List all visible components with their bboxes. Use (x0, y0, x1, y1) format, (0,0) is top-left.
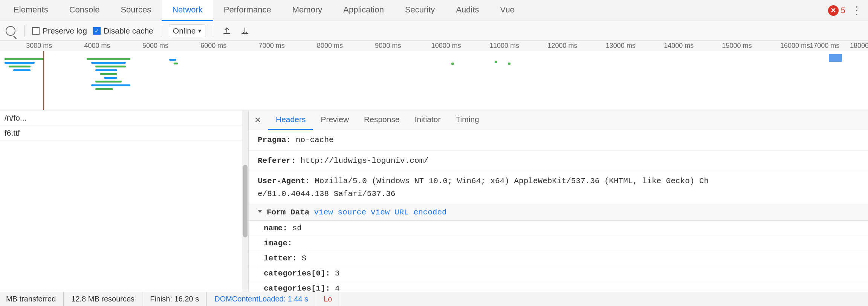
ruler-tick: 8000 ms (317, 42, 343, 50)
error-icon: ✕ (828, 5, 839, 16)
form-field-image: image: (249, 236, 868, 251)
tab-elements[interactable]: Elements (3, 0, 59, 21)
form-field-categories1: categories[1]: 4 (249, 281, 868, 292)
status-transferred: MB transferred (6, 292, 64, 306)
timeline-selection (829, 54, 842, 62)
form-field-name: name: sd (249, 221, 868, 236)
expand-icon[interactable] (258, 210, 262, 215)
detail-content: Pragma: no-cache Referer: http://ludwigs… (249, 130, 868, 292)
header-pragma: Pragma: no-cache (249, 130, 868, 151)
throttle-dropdown[interactable]: Online ▾ (169, 24, 205, 37)
timeline-bar (495, 61, 497, 63)
tab-audits[interactable]: Audits (445, 0, 489, 21)
disable-cache-label[interactable]: Disable cache (93, 26, 153, 35)
scrollbar-thumb[interactable] (243, 165, 248, 237)
timeline-ruler: 3000 ms 4000 ms 5000 ms 6000 ms 7000 ms … (0, 41, 868, 51)
tab-response[interactable]: Response (356, 110, 407, 130)
tab-memory[interactable]: Memory (282, 0, 333, 21)
ruler-tick: 16000 ms (780, 42, 810, 50)
tab-application[interactable]: Application (333, 0, 394, 21)
left-panel: /n/fo... f6.ttf (0, 110, 249, 292)
upload-button[interactable] (221, 25, 233, 37)
tab-network[interactable]: Network (162, 0, 213, 21)
ruler-tick: 17000 ms (810, 42, 839, 50)
timeline-bar (87, 58, 130, 60)
vertical-scrollbar[interactable] (242, 110, 248, 292)
tab-security[interactable]: Security (394, 0, 445, 21)
right-panel: ✕ Headers Preview Response Initiator Tim… (249, 110, 868, 292)
tab-preview[interactable]: Preview (313, 110, 356, 130)
toolbar-divider (24, 25, 24, 37)
timeline-bar (169, 59, 176, 61)
status-dom-loaded: DOMContentLoaded: 1.44 s (207, 292, 316, 306)
tab-console[interactable]: Console (59, 0, 110, 21)
timeline-area: 3000 ms 4000 ms 5000 ms 6000 ms 7000 ms … (0, 41, 868, 110)
timeline-bar (9, 66, 31, 67)
header-referer: Referer: http://ludwigs-loguniv.com/ (249, 151, 868, 171)
tab-initiator[interactable]: Initiator (407, 110, 448, 130)
status-bar: MB transferred 12.8 MB resources Finish:… (0, 292, 868, 306)
detail-tab-bar: ✕ Headers Preview Response Initiator Tim… (249, 110, 868, 130)
main-area: /n/fo... f6.ttf ✕ Headers Preview Respon… (0, 110, 868, 292)
kebab-menu-icon[interactable]: ⋮ (851, 4, 862, 17)
form-field-categories0: categories[0]: 3 (249, 266, 868, 281)
timeline-marker-line (43, 51, 44, 110)
tab-bar: Elements Console Sources Network Perform… (0, 0, 868, 21)
ruler-tick: 11000 ms (489, 42, 519, 50)
timeline-content[interactable] (0, 51, 868, 110)
header-user-agent: User-Agent: Mozilla/5.0 (Windows NT 10.0… (249, 171, 868, 204)
preserve-log-label[interactable]: Preserve log (32, 26, 87, 35)
close-button[interactable]: ✕ (252, 114, 264, 126)
toolbar-divider-2 (161, 25, 161, 37)
ruler-tick: 13000 ms (606, 42, 636, 50)
timeline-bar (5, 58, 44, 60)
file-list: /n/fo... f6.ttf (0, 110, 248, 141)
search-icon (6, 26, 15, 36)
view-source-link[interactable]: view source (314, 208, 366, 217)
timeline-bar (104, 77, 117, 79)
ruler-tick: 4000 ms (84, 42, 110, 50)
timeline-bar (13, 69, 31, 71)
timeline-bar (100, 73, 117, 75)
download-button[interactable] (239, 25, 251, 37)
timeline-bar (95, 88, 113, 90)
timeline-bar (95, 66, 126, 67)
ruler-tick: 3000 ms (26, 42, 52, 50)
timeline-bar (5, 62, 35, 64)
ruler-tick: 18000 (850, 42, 868, 50)
timeline-bar (174, 63, 178, 64)
toolbar-divider-3 (213, 25, 213, 37)
ruler-tick: 14000 ms (664, 42, 694, 50)
ruler-tick: 15000 ms (722, 42, 752, 50)
ruler-tick: 7000 ms (259, 42, 285, 50)
timeline-bar (95, 69, 117, 71)
ruler-tick: 6000 ms (200, 42, 226, 50)
preserve-log-checkbox[interactable] (32, 27, 40, 35)
timeline-bar (91, 62, 126, 64)
tab-headers[interactable]: Headers (268, 110, 313, 130)
ruler-tick: 9000 ms (375, 42, 401, 50)
chevron-down-icon: ▾ (198, 27, 201, 34)
form-data-section-header: Form Data view source view URL encoded (249, 204, 868, 221)
error-badge: ✕ 5 (828, 5, 845, 16)
network-toolbar: Preserve log Disable cache Online ▾ (0, 21, 868, 41)
list-item[interactable]: /n/fo... (0, 110, 248, 125)
ruler-tick: 5000 ms (142, 42, 168, 50)
timeline-bar (508, 63, 510, 65)
ruler-tick: 10000 ms (431, 42, 461, 50)
tab-vue[interactable]: Vue (490, 0, 525, 21)
timeline-bar (91, 84, 130, 86)
tab-timing[interactable]: Timing (448, 110, 487, 130)
disable-cache-checkbox[interactable] (93, 27, 101, 35)
timeline-bar (451, 63, 454, 65)
tab-sources[interactable]: Sources (110, 0, 162, 21)
status-resources: 12.8 MB resources (64, 292, 142, 306)
status-finish: Finish: 16.20 s (142, 292, 207, 306)
search-button[interactable] (5, 25, 17, 37)
timeline-bar (95, 81, 121, 83)
tab-performance[interactable]: Performance (213, 0, 282, 21)
ruler-tick: 12000 ms (547, 42, 577, 50)
view-url-encoded-link[interactable]: view URL encoded (371, 208, 447, 217)
status-load: Lo (316, 292, 340, 306)
list-item[interactable]: f6.ttf (0, 125, 248, 141)
